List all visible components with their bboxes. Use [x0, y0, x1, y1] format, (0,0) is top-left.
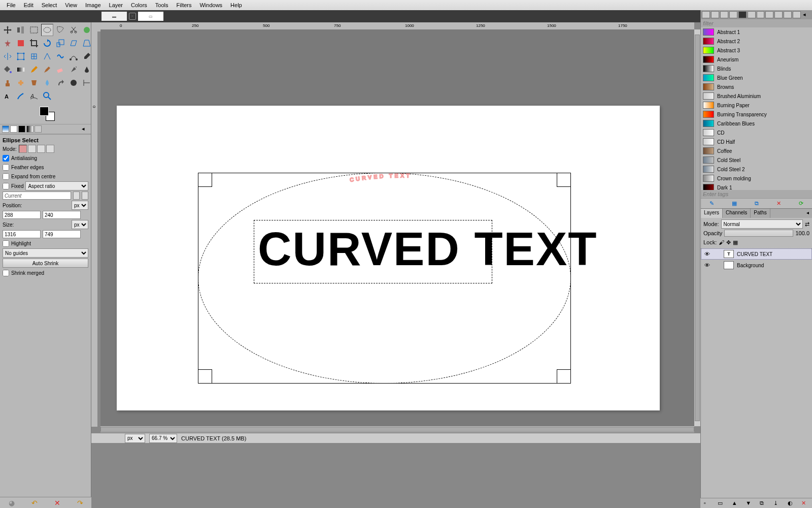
rect-select-tool-icon[interactable]: [28, 24, 40, 36]
lock-alpha-icon[interactable]: ▦: [733, 239, 738, 246]
duplicate-gradient-icon[interactable]: ⧉: [755, 200, 759, 207]
preset-icon-1[interactable]: [2, 125, 9, 133]
position-y-input[interactable]: [43, 211, 81, 219]
gradient-row[interactable]: Aneurism: [701, 55, 812, 64]
perspective-clone-tool-icon[interactable]: [28, 77, 40, 89]
menu-view[interactable]: View: [61, 2, 81, 8]
text-along-path-icon[interactable]: A: [28, 90, 40, 102]
eraser-tool-icon[interactable]: [54, 64, 66, 76]
redo-icon[interactable]: ↷: [77, 499, 83, 507]
dock-menu-icon[interactable]: ◂: [803, 11, 811, 18]
bucket-fill-tool-icon[interactable]: [2, 64, 14, 76]
mode-subtract-icon[interactable]: [37, 145, 45, 153]
edit-gradient-icon[interactable]: ✎: [709, 200, 714, 207]
position-x-input[interactable]: [3, 211, 41, 219]
layer-visibility-icon-2[interactable]: 👁: [703, 262, 710, 268]
gradient-row[interactable]: Abstract 1: [701, 27, 812, 37]
menu-filters[interactable]: Filters: [173, 2, 196, 8]
raise-layer-icon[interactable]: ▲: [732, 500, 739, 507]
scissors-tool-icon[interactable]: [67, 24, 80, 36]
mode-replace-icon[interactable]: [19, 145, 27, 153]
dodge-burn-tool-icon[interactable]: [67, 77, 80, 89]
size-unit-select[interactable]: px: [72, 220, 88, 229]
preset-icon-2[interactable]: [10, 125, 17, 133]
mode-intersect-icon[interactable]: [46, 145, 54, 153]
status-zoom-select[interactable]: 66.7 %: [149, 434, 177, 443]
layer-group-icon[interactable]: ▭: [718, 500, 725, 507]
menu-help[interactable]: Help: [226, 2, 246, 8]
dock-tab-icon-9[interactable]: [774, 11, 783, 18]
vertical-scrollbar-thumb[interactable]: [695, 35, 700, 421]
paintbrush-tool-icon[interactable]: [41, 64, 53, 76]
dock-tab-icon-5[interactable]: [738, 11, 747, 18]
menu-file[interactable]: File: [3, 2, 20, 8]
dock-tab-icon-7[interactable]: [757, 11, 765, 18]
tags-input[interactable]: [703, 191, 810, 197]
gradient-tool-icon[interactable]: [15, 64, 27, 76]
vertical-scrollbar[interactable]: [694, 29, 700, 426]
crop-tool-icon[interactable]: [28, 37, 40, 49]
clone-tool-icon[interactable]: [2, 77, 14, 89]
flip-tool-icon[interactable]: [2, 50, 14, 62]
gradient-row[interactable]: Browns: [701, 82, 812, 91]
ellipse-select-tool-icon[interactable]: [41, 24, 53, 36]
antialiasing-checkbox[interactable]: [3, 155, 9, 162]
autoshrink-button[interactable]: Auto Shrink: [3, 259, 88, 268]
gradient-row[interactable]: Abstract 2: [701, 37, 812, 46]
warp-tool-icon[interactable]: [54, 50, 66, 62]
gradient-row[interactable]: Dark 1: [701, 183, 812, 190]
tab-paths[interactable]: Paths: [751, 209, 770, 218]
blend-mode-select[interactable]: Normal: [721, 219, 803, 229]
tab-channels[interactable]: Channels: [723, 209, 751, 218]
horizontal-scrollbar-thumb[interactable]: [100, 427, 694, 432]
document-tab-2[interactable]: ▭: [138, 12, 163, 21]
dock-tab-icon-3[interactable]: [720, 11, 728, 18]
dock-tab-icon-4[interactable]: [729, 11, 737, 18]
gradient-row[interactable]: Burning Paper: [701, 101, 812, 110]
move-tool-icon[interactable]: [2, 24, 14, 36]
position-unit-select[interactable]: px: [72, 201, 88, 210]
paths-tool-icon[interactable]: [67, 50, 80, 62]
lock-pixels-icon[interactable]: 🖌: [719, 239, 724, 245]
smudge-tool-icon[interactable]: [54, 77, 66, 89]
text-tool-icon[interactable]: A: [2, 90, 14, 102]
shear-tool-icon[interactable]: [67, 37, 80, 49]
delete-layer-icon[interactable]: ✕: [801, 500, 808, 507]
menu-edit[interactable]: Edit: [20, 2, 38, 8]
unified-transform-tool-icon[interactable]: [28, 50, 40, 62]
shrink-merged-checkbox[interactable]: [3, 270, 9, 276]
menu-layer[interactable]: Layer: [105, 2, 127, 8]
menu-windows[interactable]: Windows: [195, 2, 226, 8]
scale-tool-icon[interactable]: [54, 37, 66, 49]
refresh-gradient-icon[interactable]: ⟳: [799, 200, 803, 207]
dock-tab-icon-11[interactable]: [793, 11, 801, 18]
mypaint-brush-tool-icon[interactable]: [15, 90, 27, 102]
cage-tool-icon[interactable]: [15, 50, 27, 62]
mode-swap-icon[interactable]: ⇄: [805, 221, 809, 228]
zoom-tool-icon[interactable]: [41, 90, 53, 102]
gradient-row[interactable]: Abstract 3: [701, 46, 812, 55]
layer-name-text[interactable]: CURVED TEXT: [737, 251, 772, 257]
new-gradient-icon[interactable]: ▦: [732, 200, 737, 207]
gradient-row[interactable]: Cold Steel 2: [701, 165, 812, 174]
mode-add-icon[interactable]: [28, 145, 36, 153]
wilber-icon[interactable]: ◕: [9, 499, 15, 507]
layer-row-bg[interactable]: 👁 Background: [701, 260, 812, 271]
menu-tools[interactable]: Tools: [151, 2, 173, 8]
gradient-row[interactable]: Cold Steel: [701, 155, 812, 165]
fg-color-icon[interactable]: [40, 107, 49, 116]
free-select-tool-icon[interactable]: [54, 24, 66, 36]
fg-bg-color-swatch[interactable]: [40, 107, 55, 121]
menu-colors[interactable]: Colors: [127, 2, 151, 8]
horizontal-scrollbar[interactable]: [100, 426, 694, 432]
rotate-tool-icon[interactable]: [41, 37, 53, 49]
handle-transform-tool-icon[interactable]: [41, 50, 53, 62]
undo-history-icon[interactable]: ↶: [31, 499, 38, 507]
arrow-icon[interactable]: ◂: [82, 125, 89, 133]
lower-layer-icon[interactable]: ▼: [746, 500, 753, 507]
blur-tool-icon[interactable]: [41, 77, 53, 89]
new-layer-icon[interactable]: ▫: [704, 500, 711, 507]
opacity-slider[interactable]: [724, 230, 793, 237]
dock-tab-icon-8[interactable]: [765, 11, 773, 18]
feather-checkbox[interactable]: [3, 164, 9, 171]
